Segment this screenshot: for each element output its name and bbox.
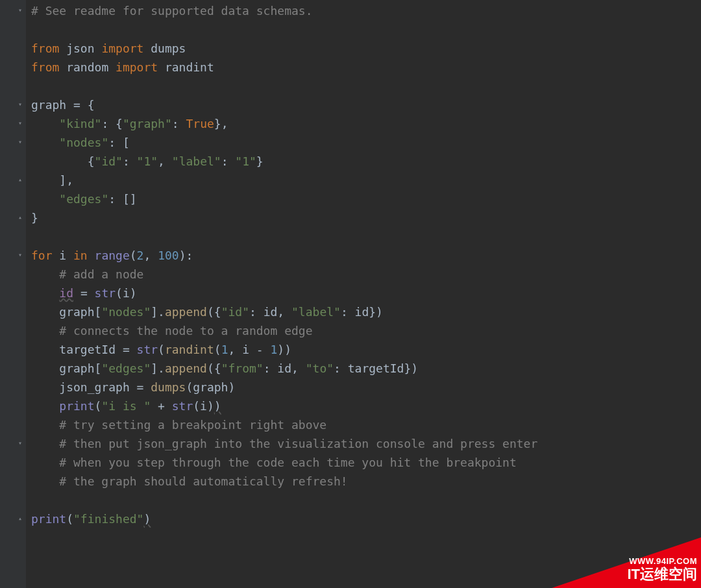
code-line: # connects the node to a random edge [31, 324, 312, 337]
code-area[interactable]: # See readme for supported data schemas.… [31, 0, 701, 588]
fold-marker-icon[interactable]: ▴ [18, 214, 22, 221]
code-line: # See readme for supported data schemas. [31, 4, 312, 18]
fold-marker-icon[interactable]: ▾ [18, 7, 22, 14]
code-line: # try setting a breakpoint right above [31, 418, 326, 432]
kw-import: import [116, 60, 158, 74]
fold-marker-icon[interactable]: ▴ [18, 177, 22, 183]
code-line: # when you step through the code each ti… [31, 456, 517, 469]
code-line: } [31, 211, 38, 225]
fold-marker-icon[interactable]: ▾ [18, 440, 22, 447]
kw-for: for [31, 249, 53, 262]
code-line: ], [31, 173, 73, 187]
fold-marker-icon[interactable]: ▾ [18, 120, 22, 127]
kw-in: in [73, 249, 88, 262]
gutter [0, 0, 26, 588]
code-content[interactable]: # See readme for supported data schemas.… [31, 1, 701, 528]
fold-marker-icon[interactable]: ▴ [18, 515, 22, 522]
kw-from: from [31, 60, 59, 74]
code-line: graph = { [31, 98, 95, 112]
code-editor[interactable]: # See readme for supported data schemas.… [0, 0, 701, 588]
fold-marker-icon[interactable]: ▾ [18, 252, 22, 258]
kw-import: import [101, 42, 143, 55]
kw-from: from [31, 42, 59, 55]
code-line: # the graph should automatically refresh… [31, 474, 348, 488]
code-line: # then put json_graph into the visualiza… [31, 437, 537, 450]
code-line: # add a node [31, 267, 143, 281]
fold-marker-icon[interactable]: ▾ [18, 101, 22, 108]
fold-marker-icon[interactable]: ▾ [18, 139, 22, 145]
